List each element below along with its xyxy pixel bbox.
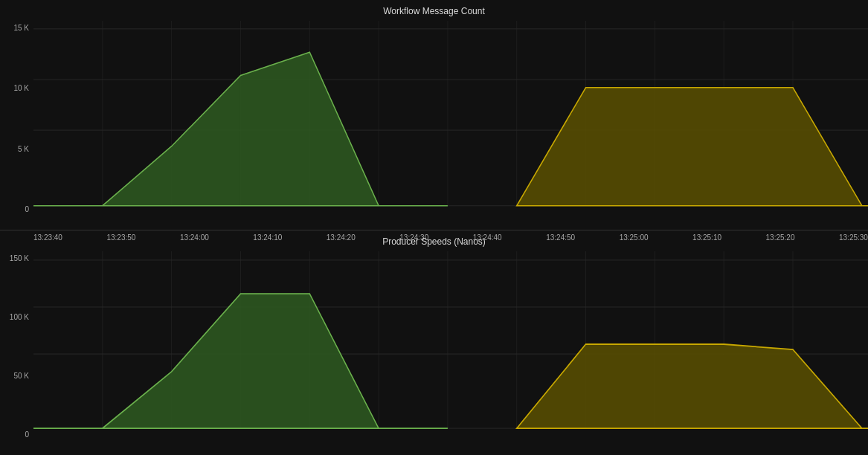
y-label-workflow-0: 15 K	[13, 24, 29, 32]
y-axis-workflow: 15 K 10 K 5 K 0	[0, 21, 33, 230]
y-label-producer-1: 100 K	[10, 313, 29, 321]
y-label-producer-0: 150 K	[10, 254, 29, 262]
chart-area-producer: 150 K 100 K 50 K 0	[0, 251, 868, 455]
chart-area-workflow: 15 K 10 K 5 K 0	[0, 21, 868, 230]
y-label-workflow-1: 10 K	[13, 84, 29, 92]
yellow-series-polygon-1	[517, 88, 868, 206]
chart-title-workflow: Workflow Message Count	[0, 6, 868, 16]
chart-svg-producer: 13:23:40 13:23:50 13:24:00 13:24:10 13:2…	[33, 251, 868, 455]
y-label-workflow-3: 0	[25, 205, 29, 213]
chart-panel-producer: Producer Speeds (Nanos) 150 K 100 K 50 K…	[0, 230, 868, 455]
chart-svg-workflow: 13:23:40 13:23:50 13:24:00 13:24:10 13:2…	[33, 21, 868, 230]
y-label-producer-2: 50 K	[13, 372, 29, 380]
chart-title-producer: Producer Speeds (Nanos)	[0, 236, 868, 247]
chart-panel-workflow: Workflow Message Count 15 K 10 K 5 K 0	[0, 0, 868, 230]
green-series-polygon-1	[33, 52, 448, 206]
y-axis-producer: 150 K 100 K 50 K 0	[0, 251, 33, 455]
green-series-polygon-2	[33, 294, 448, 428]
y-label-producer-3: 0	[25, 430, 29, 439]
main-container: Workflow Message Count 15 K 10 K 5 K 0	[0, 0, 868, 455]
yellow-series-polygon-2	[517, 344, 868, 428]
y-label-workflow-2: 5 K	[18, 145, 29, 153]
